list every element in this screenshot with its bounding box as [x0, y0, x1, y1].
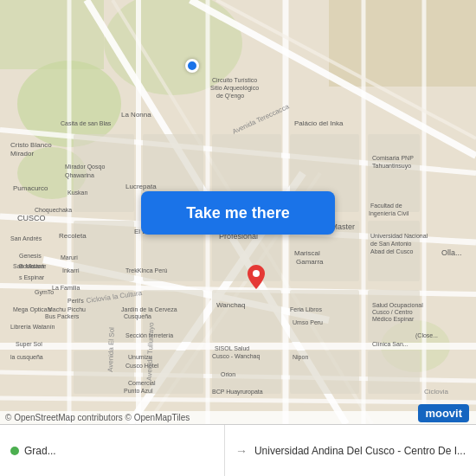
svg-text:Super Sol: Super Sol — [16, 341, 42, 348]
svg-text:Comisaria PNP: Comisaria PNP — [372, 155, 414, 161]
svg-rect-39 — [290, 290, 359, 342]
svg-text:Choquechaka: Choquechaka — [35, 207, 72, 214]
svg-text:SISOL Salud: SISOL Salud — [215, 345, 249, 351]
svg-text:Lucrepata: Lucrepata — [125, 183, 157, 190]
svg-text:Casita de san Blas: Casita de san Blas — [61, 120, 112, 126]
svg-text:Maruri: Maruri — [61, 254, 78, 261]
route-end-label: Universidad Andina Del Cusco - Centro De… — [254, 445, 466, 457]
svg-text:Clínica San...: Clínica San... — [372, 341, 408, 347]
svg-text:Olla...: Olla... — [441, 248, 462, 257]
svg-text:Orion: Orion — [221, 371, 235, 377]
take-me-there-button[interactable]: Take me there — [141, 191, 335, 235]
svg-text:de Q'engo: de Q'engo — [216, 93, 244, 100]
svg-text:Facultad de: Facultad de — [370, 203, 402, 209]
svg-text:Bookstore: Bookstore — [19, 263, 47, 269]
start-dot-icon — [10, 447, 19, 455]
svg-text:Cusco Hotel: Cusco Hotel — [125, 363, 159, 369]
svg-text:Punto Azul: Punto Azul — [124, 388, 153, 394]
svg-text:Feria Libros: Feria Libros — [290, 306, 322, 312]
svg-text:Mirador Qosqo: Mirador Qosqo — [65, 164, 105, 170]
svg-text:Ciclovia: Ciclovia — [424, 388, 449, 396]
svg-text:TrekKInca Perú: TrekKInca Perú — [125, 267, 167, 273]
svg-text:Circuito Turístico: Circuito Turístico — [212, 77, 257, 83]
svg-rect-38 — [212, 290, 281, 342]
svg-point-118 — [253, 270, 260, 277]
svg-text:La Nonna: La Nonna — [121, 111, 151, 119]
svg-text:Umso Peru: Umso Peru — [293, 319, 323, 325]
svg-text:Inkarri: Inkarri — [62, 267, 80, 273]
svg-text:Médico Espinar: Médico Espinar — [372, 316, 415, 323]
svg-text:Ingeniería Civil: Ingeniería Civil — [369, 210, 409, 217]
svg-text:BCP Huayruropata: BCP Huayruropata — [212, 389, 263, 396]
svg-text:Machu Picchu: Machu Picchu — [48, 306, 86, 312]
svg-rect-45 — [368, 351, 420, 394]
svg-text:Sitio Arqueológico: Sitio Arqueológico — [210, 85, 259, 92]
route-end[interactable]: → Universidad Andina Del Cusco - Centro … — [225, 425, 476, 476]
svg-text:s Espinar: s Espinar — [19, 274, 45, 281]
svg-text:Wanchaq: Wanchaq — [216, 301, 246, 309]
bottom-navigation-bar: Grad... → Universidad Andina Del Cusco -… — [0, 424, 476, 476]
svg-rect-3 — [0, 0, 104, 69]
destination-pin — [248, 265, 265, 293]
svg-text:Cusco - Wanchaq: Cusco - Wanchaq — [212, 353, 260, 360]
svg-text:GymTo: GymTo — [35, 289, 54, 296]
svg-text:Bus Packers: Bus Packers — [45, 313, 80, 319]
moovit-logo: moovit — [418, 404, 469, 422]
route-start[interactable]: Grad... — [0, 425, 225, 476]
svg-text:Jardín de la Cerveza: Jardín de la Cerveza — [121, 306, 177, 312]
map-container: Cristo Blanco Mirador Pumacurco CUSCO Sa… — [0, 0, 476, 424]
svg-text:Universidad Nacional: Universidad Nacional — [370, 233, 428, 239]
svg-text:Pumacurco: Pumacurco — [13, 184, 48, 192]
svg-rect-34 — [368, 134, 420, 212]
map-attribution: © OpenStreetMap contributors © OpenMapTi… — [0, 411, 476, 424]
svg-text:la cusqueña: la cusqueña — [10, 354, 43, 361]
svg-text:San Andrés: San Andrés — [10, 235, 42, 241]
svg-text:Gamarra: Gamarra — [296, 258, 324, 266]
svg-text:Mirador: Mirador — [10, 150, 34, 158]
svg-text:de San Antonio: de San Antonio — [370, 241, 412, 247]
svg-text:Cusqueña: Cusqueña — [124, 313, 151, 320]
svg-text:Avenida El Sol: Avenida El Sol — [106, 327, 116, 372]
start-location-dot — [185, 59, 199, 73]
svg-text:Mariscal: Mariscal — [294, 249, 320, 257]
svg-text:Abad del Cusco: Abad del Cusco — [370, 248, 414, 254]
route-arrow-icon: → — [235, 444, 248, 458]
svg-text:Recoleta: Recoleta — [59, 232, 87, 240]
svg-text:Kuskan: Kuskan — [68, 190, 87, 196]
svg-text:La Familia: La Familia — [52, 285, 80, 291]
svg-text:Cusco / Centro: Cusco / Centro — [372, 309, 413, 315]
route-start-label: Grad... — [24, 445, 56, 457]
svg-text:Mega Optica's: Mega Optica's — [13, 306, 52, 313]
svg-text:Librería Watanín: Librería Watanín — [10, 324, 55, 330]
svg-text:Palácio del Inka: Palácio del Inka — [294, 119, 344, 127]
svg-text:Salud Ocupacional: Salud Ocupacional — [372, 302, 423, 309]
svg-text:Nipon: Nipon — [293, 354, 308, 361]
svg-text:Qhawarina: Qhawarina — [65, 172, 94, 179]
svg-text:Tahuantinsuyo: Tahuantinsuyo — [372, 163, 411, 170]
svg-text:Genesis: Genesis — [19, 253, 42, 259]
svg-text:CUSCO: CUSCO — [17, 214, 46, 222]
svg-text:Perli's: Perli's — [68, 298, 84, 304]
svg-text:(Close...: (Close... — [415, 332, 438, 339]
svg-text:Cristo Blanco: Cristo Blanco — [10, 141, 52, 149]
